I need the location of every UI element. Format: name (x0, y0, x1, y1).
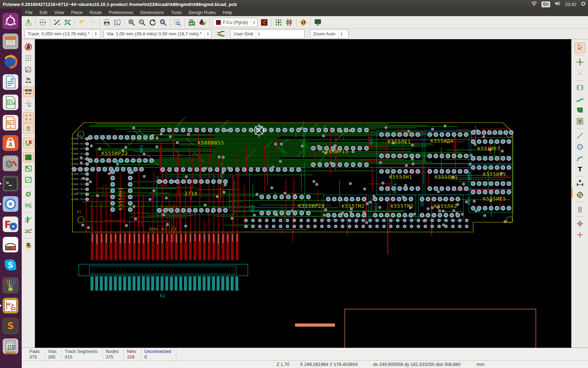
menu-help[interactable]: Help (219, 9, 236, 16)
toolbar-separator (576, 202, 584, 202)
network-icon[interactable] (531, 1, 537, 7)
layers-manager-icon[interactable] (23, 240, 34, 251)
menu-place[interactable]: Place (68, 9, 86, 16)
svg-text:DD16: DD16 (393, 183, 397, 194)
spinner-icon[interactable]: ▲▼ (251, 18, 255, 27)
units-inch-icon[interactable]: In (23, 75, 34, 86)
local-ratsnest-icon[interactable] (575, 68, 585, 79)
launcher-item-skype[interactable]: S (2, 257, 19, 273)
units-mm-icon[interactable]: mm (23, 87, 34, 97)
high-contrast-icon[interactable] (23, 214, 34, 225)
module-ratsnest-icon[interactable] (23, 123, 34, 134)
launcher-item-freecad[interactable]: F (2, 216, 19, 232)
launcher-item-libreoffice-impress[interactable] (2, 115, 19, 131)
layer-pair-icon[interactable] (259, 17, 270, 28)
drc-off-icon[interactable] (23, 42, 34, 52)
launcher-item-file-manager[interactable] (2, 33, 19, 49)
spinner-icon[interactable]: ▲▼ (256, 30, 260, 38)
module-viewer-icon[interactable] (62, 17, 73, 28)
grid-origin-icon[interactable] (575, 230, 585, 240)
ratsnest-icon[interactable] (23, 112, 34, 123)
menu-edit[interactable]: Edit (36, 9, 51, 16)
plot-icon[interactable] (112, 17, 122, 28)
zone-fill-icon[interactable] (23, 152, 34, 163)
autoroute-icon[interactable] (298, 17, 309, 28)
track-width-selector[interactable]: Track: 0,350 mm (13,78 mils) * ▲▼ (24, 29, 101, 39)
netlist-icon[interactable]: NET (187, 17, 197, 28)
gal-canvas-icon[interactable] (313, 17, 323, 28)
track-autodel-icon[interactable] (23, 138, 34, 148)
pcb-canvas[interactable]: К580ВВ55К555ИР13К555ЛЕ1К555ИД4К555ИЕ7К55… (35, 39, 571, 348)
find-icon[interactable] (172, 17, 183, 28)
cursor-style-icon[interactable] (23, 98, 34, 108)
launcher-item-kicad-eeschema[interactable] (2, 298, 19, 314)
drill-origin-icon[interactable] (575, 218, 585, 229)
menu-dimensions[interactable]: Dimensions (137, 9, 168, 16)
grid-dots-icon[interactable] (23, 53, 34, 63)
undo-icon[interactable] (77, 17, 87, 28)
add-module-icon[interactable] (575, 82, 585, 93)
drc-icon[interactable] (197, 17, 208, 28)
add-dimension-icon[interactable]: N (575, 178, 585, 189)
launcher-item-system-settings[interactable] (2, 155, 19, 171)
menu-view[interactable]: View (51, 9, 68, 16)
zone-nofill-icon[interactable] (23, 175, 34, 185)
via-size-selector[interactable]: Via: 1,00 mm (39,4 mils)/ 0,50 mm (19,7 … (104, 29, 211, 39)
launcher-item-chromium[interactable] (2, 196, 19, 212)
add-circle-icon[interactable] (575, 142, 585, 152)
spinner-icon[interactable]: ▲▼ (204, 30, 209, 38)
launcher-item-terminal[interactable]: > (2, 176, 19, 192)
volume-icon[interactable] (554, 1, 561, 7)
keyboard-layout-indicator[interactable]: En (541, 1, 550, 7)
sheet-settings-icon[interactable] (37, 17, 48, 28)
launcher-item-arch-cad[interactable] (2, 237, 19, 253)
add-keepout-icon[interactable] (575, 116, 585, 127)
launcher-item-wire-tool[interactable] (2, 277, 19, 293)
add-zone-icon[interactable] (575, 105, 585, 115)
layer-selector[interactable]: F.Cu (PgUp)▲▼ (213, 18, 258, 27)
add-arc-icon[interactable] (575, 153, 585, 163)
print-icon[interactable] (102, 17, 112, 28)
track-mode-icon[interactable] (284, 17, 294, 28)
launcher-item-libreoffice-writer[interactable] (2, 74, 19, 90)
zoom-fit-icon[interactable] (158, 17, 168, 28)
launcher-item-calculator-stack[interactable] (2, 338, 19, 354)
redraw-icon[interactable] (147, 17, 158, 28)
title-bar[interactable]: Pcbnew 0.201604271216+6712~44~ubuntu15.1… (0, 0, 588, 8)
spinner-icon[interactable]: ▲▼ (338, 30, 343, 38)
menu-file[interactable]: File (22, 9, 36, 16)
grid-selector[interactable]: User Grid ▲▼ (230, 29, 304, 39)
add-text-icon[interactable]: T (575, 164, 585, 175)
track-sketch-icon[interactable] (23, 200, 34, 211)
launcher-item-sublime-text[interactable]: S (2, 318, 19, 334)
redo-icon[interactable] (87, 17, 98, 28)
auto-track-width-icon[interactable] (216, 29, 226, 39)
launcher-item-firefox[interactable] (2, 54, 19, 70)
module-mode-icon[interactable] (273, 17, 284, 28)
delete-icon[interactable] (575, 204, 585, 214)
launcher-item-libreoffice-calc[interactable] (2, 94, 19, 110)
polar-coords-icon[interactable]: φr (23, 64, 34, 75)
zoom-selector[interactable]: Zoom Auto ▲▼ (310, 29, 349, 39)
highlight-net-icon[interactable] (575, 57, 585, 67)
save-icon[interactable] (23, 17, 34, 28)
launcher-item-software-center[interactable]: A (2, 135, 19, 151)
zoom-out-icon[interactable] (137, 17, 147, 28)
menu-design-rules[interactable]: Design Rules (185, 9, 219, 16)
spinner-icon[interactable]: ▲▼ (92, 30, 97, 38)
menu-tools[interactable]: Tools (168, 9, 185, 16)
clock[interactable]: 23:42 (565, 2, 576, 7)
footprint-edit-icon[interactable] (52, 17, 62, 28)
zoom-in-icon[interactable] (126, 17, 137, 28)
add-target-icon[interactable] (575, 190, 585, 200)
add-track-icon[interactable] (575, 94, 585, 104)
launcher-item-ubuntu-dash[interactable] (2, 13, 19, 29)
menu-route[interactable]: Route (86, 9, 105, 16)
zone-outline-icon[interactable] (23, 163, 34, 174)
select-icon[interactable] (575, 42, 585, 53)
power-icon[interactable] (581, 1, 586, 8)
via-sketch-icon[interactable] (23, 189, 34, 199)
net-names-icon[interactable] (23, 226, 34, 236)
menu-preferences[interactable]: Preferences (105, 9, 137, 16)
add-line-icon[interactable] (575, 130, 585, 141)
